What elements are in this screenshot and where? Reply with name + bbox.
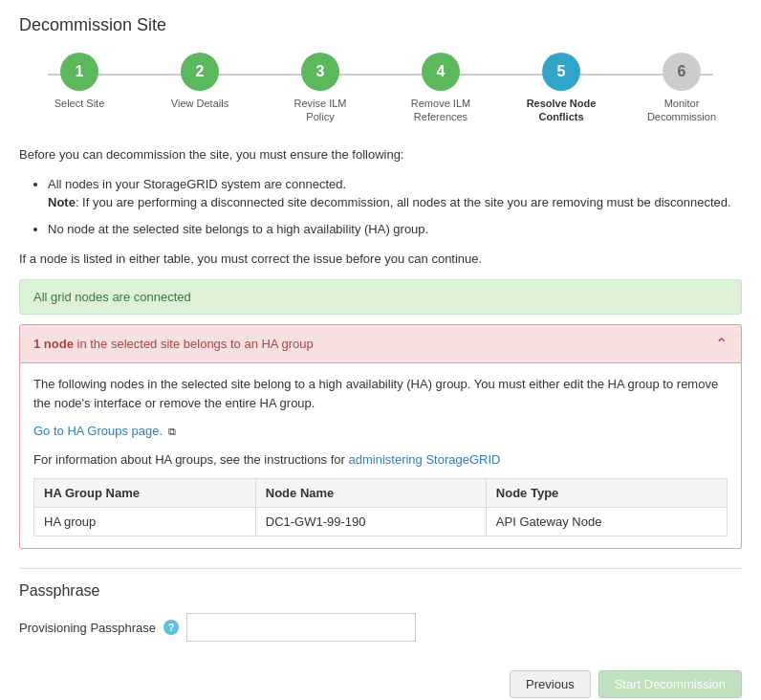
bullet-list: All nodes in your StorageGRID system are…	[48, 175, 742, 239]
danger-alert-suffix: in the selected site belongs to an HA gr…	[74, 337, 314, 351]
step-circle-2: 2	[181, 53, 219, 91]
ha-table-header-row: HA Group Name Node Name Node Type	[34, 479, 728, 508]
step-circle-3: 3	[301, 53, 339, 91]
danger-info-row: For information about HA groups, see the…	[33, 450, 728, 470]
danger-alert-container: 1 node in the selected site belongs to a…	[19, 324, 742, 549]
passphrase-section: Passphrase Provisioning Passphrase ?	[19, 568, 742, 642]
intro-text: Before you can decommission the site, yo…	[19, 147, 742, 162]
success-alert: All grid nodes are connected	[19, 279, 742, 315]
bullet-1-note-prefix: Note	[48, 195, 76, 209]
danger-alert-header: 1 node in the selected site belongs to a…	[19, 324, 742, 363]
step-label-3: Revise ILM Policy	[282, 97, 359, 124]
help-icon[interactable]: ?	[163, 620, 179, 635]
ha-table-head: HA Group Name Node Name Node Type	[34, 479, 728, 508]
passphrase-label: Provisioning Passphrase	[19, 621, 156, 635]
start-decommission-button[interactable]: Start Decommission	[598, 670, 742, 698]
stepper: 1 Select Site 2 View Details 3 Revise IL…	[19, 53, 742, 124]
step-3: 3 Revise ILM Policy	[260, 53, 380, 124]
previous-button[interactable]: Previous	[510, 670, 591, 698]
step-circle-4: 4	[422, 53, 460, 91]
step-6: 6 Monitor Decommission	[621, 53, 742, 124]
step-label-2: View Details	[171, 97, 228, 110]
step-1: 1 Select Site	[19, 53, 140, 110]
step-2: 2 View Details	[140, 53, 260, 110]
danger-node-count: 1 node	[33, 337, 74, 351]
step-label-4: Remove ILM References	[402, 97, 479, 124]
passphrase-row: Provisioning Passphrase ?	[19, 613, 742, 642]
cell-ha-group: HA group	[34, 508, 256, 536]
chevron-up-icon[interactable]: ⌃	[715, 335, 728, 353]
step-4: 4 Remove ILM References	[380, 53, 501, 124]
step-label-6: Monitor Decommission	[643, 97, 720, 124]
step-label-5: Resolve Node Conflicts	[523, 97, 599, 124]
col-ha-group-name: HA Group Name	[34, 479, 256, 508]
step-circle-5: 5	[542, 53, 580, 91]
passphrase-title: Passphrase	[19, 582, 742, 600]
bullet-item-1: All nodes in your StorageGRID system are…	[48, 175, 742, 212]
bullet-1-main: All nodes in your StorageGRID system are…	[48, 177, 346, 191]
success-alert-text: All grid nodes are connected	[33, 290, 191, 304]
bullet-item-2: No node at the selected site belongs to …	[48, 220, 742, 239]
cell-node-type: API Gateway Node	[486, 508, 727, 536]
ha-table: HA Group Name Node Name Node Type HA gro…	[33, 478, 728, 536]
danger-link-row: Go to HA Groups page. ⧉	[33, 422, 728, 441]
administering-link[interactable]: administering StorageGRID	[349, 452, 501, 467]
issue-warning: If a node is listed in either table, you…	[19, 252, 742, 266]
footer-buttons: Previous Start Decommission	[19, 661, 742, 698]
danger-alert-message: 1 node in the selected site belongs to a…	[33, 337, 314, 351]
ha-groups-link[interactable]: Go to HA Groups page.	[33, 424, 163, 438]
table-row: HA group DC1-GW1-99-190 API Gateway Node	[34, 508, 728, 536]
page-title: Decommission Site	[19, 15, 742, 35]
danger-info-prefix: For information about HA groups, see the…	[33, 452, 349, 467]
bullet-2-main: No node at the selected site belongs to …	[48, 222, 428, 236]
bullet-1-note: : If you are performing a disconnected s…	[76, 195, 731, 209]
ha-table-body: HA group DC1-GW1-99-190 API Gateway Node	[34, 508, 728, 536]
step-circle-6: 6	[663, 53, 701, 91]
step-5: 5 Resolve Node Conflicts	[501, 53, 621, 124]
danger-alert-body: The following nodes in the selected site…	[19, 363, 742, 549]
danger-body-text: The following nodes in the selected site…	[33, 375, 728, 412]
passphrase-input[interactable]	[186, 613, 416, 642]
col-node-type: Node Type	[486, 479, 727, 508]
cell-node-name: DC1-GW1-99-190	[255, 508, 486, 536]
col-node-name: Node Name	[255, 479, 486, 508]
external-link-icon: ⧉	[168, 426, 176, 437]
step-circle-1: 1	[60, 53, 98, 91]
step-label-1: Select Site	[54, 97, 105, 110]
